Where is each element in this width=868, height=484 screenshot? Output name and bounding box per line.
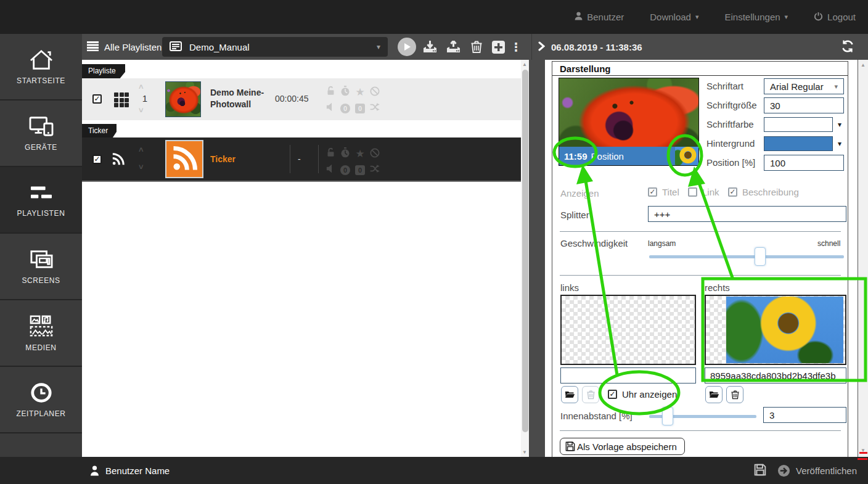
playlist-row-photowall[interactable]: ✓ ˄ 1 ˅ Demo Meine-Photowall 00:00:45 ★ … xyxy=(82,78,521,120)
repeat-count-badge[interactable]: 0 xyxy=(340,104,350,113)
duration-count-badge[interactable]: 0 xyxy=(355,104,365,113)
upload-button[interactable] xyxy=(445,39,461,54)
timer-icon[interactable] xyxy=(340,147,350,160)
playlist-row-ticker[interactable]: ✓ ˄ ˅ Ticker - ★ 0 0 xyxy=(82,137,521,182)
move-down-button[interactable]: ˅ xyxy=(139,162,144,171)
move-up-button[interactable]: ˄ xyxy=(139,82,144,91)
innenabstand-input[interactable]: 3 xyxy=(763,407,846,423)
checkbox-link[interactable]: Link xyxy=(688,187,719,197)
row-checkbox[interactable]: ✓ xyxy=(92,94,102,104)
rechts-dropzone[interactable] xyxy=(705,295,846,365)
hintergrund-label: Hintergrund xyxy=(706,138,755,149)
hintergrund-select[interactable]: ▾ xyxy=(764,136,844,152)
links-filename-input[interactable] xyxy=(560,367,696,384)
uhr-anzeigen-checkbox[interactable]: ✓ Uhr anzeigen xyxy=(608,389,677,400)
playlist-thumbnail-poppy[interactable] xyxy=(165,81,201,117)
lock-open-icon[interactable] xyxy=(326,86,335,99)
position-input[interactable]: 100 xyxy=(764,155,844,171)
refresh-button[interactable] xyxy=(840,39,855,56)
scroll-up-icon[interactable]: ▲ xyxy=(861,62,866,68)
topbar-download-menu[interactable]: Download ▾ xyxy=(650,12,698,22)
play-button[interactable] xyxy=(398,38,416,56)
row-checkbox[interactable]: ✓ xyxy=(92,155,102,164)
shuffle-icon[interactable] xyxy=(370,102,380,114)
ban-icon[interactable] xyxy=(370,148,380,160)
schriftart-select[interactable]: Arial Regular ▾ xyxy=(764,78,844,94)
innenabstand-slider-handle[interactable] xyxy=(662,407,673,425)
sidebar-item-geraete[interactable]: GERÄTE xyxy=(0,100,82,167)
add-button[interactable] xyxy=(490,39,506,54)
row-title: Ticker xyxy=(210,154,278,165)
scroll-down-icon[interactable]: ▼ xyxy=(522,449,527,455)
lock-open-icon[interactable] xyxy=(326,147,335,160)
geschwindigkeit-slider-handle[interactable] xyxy=(755,247,766,266)
tab-playliste[interactable]: Playliste xyxy=(82,64,125,78)
topbar-user-menu[interactable]: Benutzer xyxy=(575,12,624,22)
playlist-select[interactable]: Demo_Manual ▾ xyxy=(162,37,388,57)
rechts-browse-button[interactable] xyxy=(705,386,723,403)
save-template-button[interactable]: Als Vorlage abspeichern xyxy=(560,438,685,455)
schriftart-label: Schriftart xyxy=(706,81,743,91)
preview-text: Position xyxy=(591,151,624,162)
links-dropzone[interactable] xyxy=(560,295,696,365)
repeat-count-badge[interactable]: 0 xyxy=(340,165,350,175)
sidebar-item-medien[interactable]: MEDIEN xyxy=(0,300,82,367)
topbar-logout[interactable]: Logout xyxy=(814,12,856,23)
app-root: Benutzer Download ▾ Einstellungen ▾ Logo… xyxy=(0,0,868,484)
publish-button[interactable]: Veröffentlichen xyxy=(777,464,857,477)
all-playlists-label: Alle Playlisten xyxy=(104,42,162,52)
rechts-delete-button[interactable] xyxy=(726,386,743,403)
schriftfarbe-select[interactable]: ▾ xyxy=(764,117,844,133)
duration-count-badge[interactable]: 0 xyxy=(355,165,365,175)
chevron-right-icon[interactable] xyxy=(538,41,545,53)
all-playlists-button[interactable]: Alle Playlisten xyxy=(87,34,162,60)
row-option-icons: ★ 0 0 xyxy=(324,149,381,175)
sidebar-item-screens[interactable]: SCREENS xyxy=(0,234,82,300)
star-icon[interactable]: ★ xyxy=(355,86,364,99)
checkbox: ✓ xyxy=(648,187,657,197)
folder-open-icon xyxy=(565,390,575,399)
move-up-button[interactable]: ˄ xyxy=(139,145,144,154)
mute-icon[interactable] xyxy=(326,164,335,176)
sidebar-item-zeitplaner[interactable]: ZEITPLANER xyxy=(0,367,82,433)
checkbox-titel[interactable]: ✓ Titel xyxy=(648,187,679,197)
playlist-scrollbar[interactable]: ▲ ▼ xyxy=(521,60,529,457)
checkbox-beschreibung[interactable]: ✓ Beschreibung xyxy=(728,187,799,197)
toolbar-divider xyxy=(531,34,532,60)
move-down-button[interactable]: ˅ xyxy=(139,105,144,115)
topbar-settings-menu[interactable]: Einstellungen ▾ xyxy=(725,12,788,22)
mute-icon[interactable] xyxy=(326,102,335,114)
save-button[interactable] xyxy=(754,464,766,478)
trash-icon xyxy=(587,390,595,400)
scroll-up-icon[interactable]: ▲ xyxy=(522,62,527,67)
links-delete-button[interactable] xyxy=(582,386,599,403)
shuffle-icon[interactable] xyxy=(370,164,380,176)
trash-icon xyxy=(731,390,739,400)
schriftgroesse-input[interactable]: 30 xyxy=(764,97,844,113)
sidebar-item-startseite[interactable]: STARTSEITE xyxy=(0,34,82,100)
star-icon[interactable]: ★ xyxy=(355,147,364,160)
links-browse-button[interactable] xyxy=(561,386,578,403)
sidebar-item-playlisten[interactable]: PLAYLISTEN xyxy=(0,167,82,234)
timer-icon[interactable] xyxy=(340,86,350,99)
rechts-filename-input[interactable]: 8959aa38cda803bd2b43dfe3b xyxy=(705,367,846,384)
download-button[interactable] xyxy=(422,39,438,54)
geschwindigkeit-slider[interactable] xyxy=(649,255,844,258)
ticker-preview-bar: 11:59 Position xyxy=(559,147,698,165)
slider-max-label: schnell xyxy=(817,239,840,248)
ticker-thumbnail-rss[interactable] xyxy=(165,140,203,178)
topbar-user-label: Benutzer xyxy=(587,12,624,22)
devices-icon xyxy=(28,115,55,137)
links-label: links xyxy=(560,282,579,293)
row-option-icons: ★ 0 0 xyxy=(324,87,381,113)
panel-scrollbar[interactable]: ▲ ▼ xyxy=(858,60,868,457)
scroll-down-icon[interactable]: ▼ xyxy=(861,448,866,453)
ban-icon[interactable] xyxy=(370,86,380,99)
tab-ticker[interactable]: Ticker xyxy=(82,124,117,138)
splitter-input[interactable]: +++ xyxy=(648,206,846,222)
checkbox: ✓ xyxy=(728,187,737,197)
delete-button[interactable] xyxy=(469,39,485,54)
scrollbar-thumb[interactable] xyxy=(522,70,528,432)
splitter-label: Splitter xyxy=(560,210,589,220)
more-options-button[interactable]: ⋮ xyxy=(512,39,520,54)
